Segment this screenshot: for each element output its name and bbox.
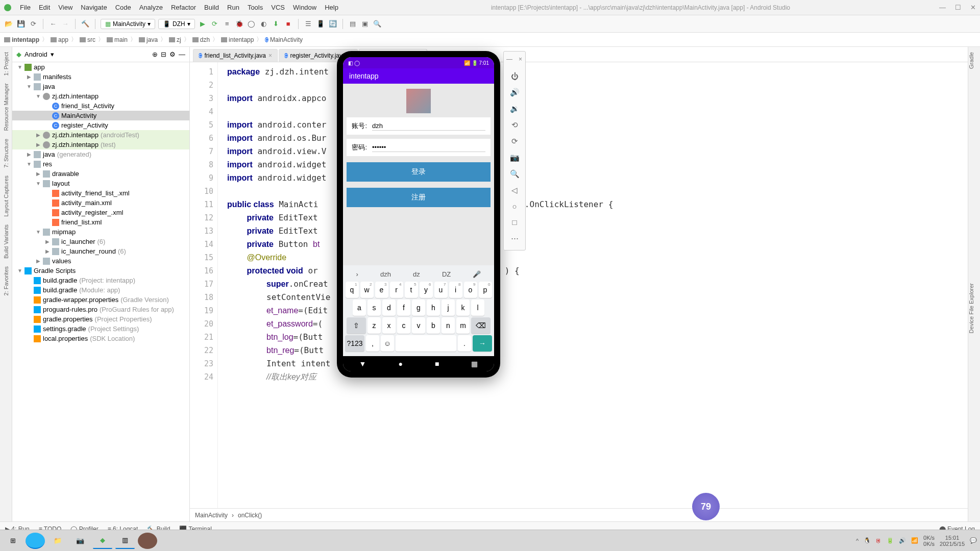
bc-file[interactable]: CMainActivity xyxy=(265,36,303,43)
symbols-key[interactable]: ?123 xyxy=(345,335,364,352)
rotate-right-icon[interactable]: ⟳ xyxy=(511,137,518,146)
tree-item[interactable]: gradle-wrapper.properties (Gradle Versio… xyxy=(12,295,189,305)
tree-item[interactable]: gradle.properties (Project Properties) xyxy=(12,314,189,324)
tree-item[interactable]: settings.gradle (Project Settings) xyxy=(12,324,189,334)
tray-icon[interactable]: 🐧 xyxy=(864,537,871,544)
taskbar-app-1[interactable] xyxy=(26,533,45,549)
zoom-icon[interactable]: 🔍 xyxy=(510,169,520,179)
tree-item[interactable]: activity_main.xml xyxy=(12,198,189,208)
tree-item[interactable]: proguard-rules.pro (ProGuard Rules for a… xyxy=(12,305,189,314)
tray-notifications-icon[interactable]: 💬 xyxy=(970,537,977,544)
rail-structure[interactable]: 7: Structure xyxy=(3,139,9,168)
rail-device-explorer[interactable]: Device File Explorer xyxy=(968,283,974,333)
login-button[interactable]: 登录 xyxy=(347,162,490,182)
tree-item[interactable]: CMainActivity xyxy=(12,111,189,120)
tree-item[interactable]: ▼res xyxy=(12,159,189,169)
key-q[interactable]: q1 xyxy=(346,282,359,298)
close-icon[interactable]: × xyxy=(268,52,272,59)
coverage-icon[interactable]: ◐ xyxy=(259,19,268,29)
key-w[interactable]: w2 xyxy=(360,282,374,298)
run-icon[interactable]: ▶ xyxy=(198,19,207,29)
menu-edit[interactable]: Edit xyxy=(35,2,54,13)
settings-icon[interactable]: ⚙ xyxy=(169,51,176,58)
key-u[interactable]: u7 xyxy=(434,282,448,298)
nav-keyboard-icon[interactable]: ▦ xyxy=(471,360,478,368)
tree-item[interactable]: activity_register_.xml xyxy=(12,208,189,217)
backspace-key[interactable]: ⌫ xyxy=(471,317,491,334)
sdk-icon[interactable]: 📱 xyxy=(316,19,325,29)
tree-item[interactable]: activity_friend_list_.xml xyxy=(12,188,189,198)
floating-badge[interactable]: 79 xyxy=(692,493,720,520)
bc-pkg[interactable]: intentapp xyxy=(221,36,254,43)
shift-key[interactable]: ⇧ xyxy=(347,317,366,334)
tree-item[interactable]: ▶java (generated) xyxy=(12,149,189,159)
enter-key[interactable]: → xyxy=(473,335,492,352)
bc-src[interactable]: src xyxy=(80,36,95,43)
sug-2[interactable]: dz xyxy=(413,270,420,278)
key-z[interactable]: z xyxy=(368,317,381,334)
key-f[interactable]: f xyxy=(397,299,410,316)
tree-item[interactable]: ▶ic_launcher_round (6) xyxy=(12,246,189,256)
taskbar-android-studio[interactable]: ◆ xyxy=(93,533,112,549)
key-o[interactable]: o9 xyxy=(464,282,477,298)
locate-icon[interactable]: ⊕ xyxy=(152,51,158,58)
tree-item[interactable]: Cregister_Activity xyxy=(12,120,189,130)
attach-icon[interactable]: ⬇ xyxy=(272,19,281,29)
key-m[interactable]: m xyxy=(456,317,470,334)
avatar[interactable] xyxy=(406,89,431,113)
emoji-key[interactable]: ☺ xyxy=(381,335,394,352)
tree-item[interactable]: build.gradle (Project: intentapp) xyxy=(12,276,189,285)
menu-help[interactable]: Help xyxy=(321,2,342,13)
emulator-window[interactable]: ◧ ◯ 📶 🔋 7:01 intentapp 账号: 密码: 登录 注册 › d… xyxy=(337,51,500,378)
rail-project[interactable]: 1: Project xyxy=(3,52,9,76)
register-button[interactable]: 注册 xyxy=(347,188,490,207)
key-v[interactable]: v xyxy=(412,317,425,334)
em-minimize-icon[interactable]: — xyxy=(506,56,512,63)
tree-item[interactable]: friend_list.xml xyxy=(12,217,189,227)
chevron-down-icon[interactable]: ▾ xyxy=(51,51,54,58)
close-icon[interactable]: ✕ xyxy=(970,4,976,11)
volume-up-icon[interactable]: 🔊 xyxy=(510,88,520,97)
crumb-class[interactable]: MainActivity xyxy=(195,512,228,519)
search-icon[interactable]: 🔍 xyxy=(373,19,382,29)
key-c[interactable]: c xyxy=(397,317,410,334)
tray-shield-icon[interactable]: ⛨ xyxy=(876,538,881,544)
run-config-combo[interactable]: ▦MainActivity▾ xyxy=(101,19,155,29)
sync-gradle-icon[interactable]: 🔄 xyxy=(328,19,337,29)
stop-icon[interactable]: ■ xyxy=(284,19,293,29)
mic-icon[interactable]: 🎤 xyxy=(473,270,481,278)
tree-item[interactable]: ▶drawable xyxy=(12,169,189,179)
code-content[interactable]: package zj.dzh.intent import androidx.ap… xyxy=(218,62,968,508)
key-h[interactable]: h xyxy=(427,299,440,316)
key-a[interactable]: a xyxy=(353,299,366,316)
nav-recents-icon[interactable]: ■ xyxy=(435,360,439,368)
home-icon[interactable]: ○ xyxy=(512,202,517,211)
camera-icon[interactable]: 📷 xyxy=(510,153,520,162)
structure-icon[interactable]: ▤ xyxy=(348,19,357,29)
profile-icon[interactable]: ◯ xyxy=(247,19,256,29)
project-view-selector[interactable]: Android xyxy=(24,51,47,58)
crumb-method[interactable]: onClick() xyxy=(238,512,262,519)
rail-gradle[interactable]: Gradle xyxy=(968,52,974,69)
nav-back-icon[interactable]: ▼ xyxy=(359,360,366,368)
tab-friend-list[interactable]: Cfriend_list_Activity.java× xyxy=(193,49,278,62)
period-key[interactable]: . xyxy=(458,335,471,352)
forward-icon[interactable]: → xyxy=(61,19,70,29)
maximize-icon[interactable]: ☐ xyxy=(955,4,961,11)
menu-file[interactable]: File xyxy=(16,2,34,13)
tray-clock[interactable]: 15:012021/5/15 xyxy=(940,535,965,547)
volume-down-icon[interactable]: 🔉 xyxy=(510,104,520,113)
rail-resource-mgr[interactable]: Resource Manager xyxy=(3,83,9,131)
minimize-icon[interactable]: — xyxy=(939,4,946,11)
nav-home-icon[interactable]: ● xyxy=(398,360,402,368)
taskbar-explorer[interactable]: 📁 xyxy=(48,533,67,549)
key-p[interactable]: p0 xyxy=(479,282,492,298)
build-icon[interactable]: 🔨 xyxy=(81,19,90,29)
key-r[interactable]: r4 xyxy=(390,282,403,298)
device-combo[interactable]: 📱DZH▾ xyxy=(158,19,195,29)
rail-layout-captures[interactable]: Layout Captures xyxy=(3,176,9,217)
tree-item[interactable]: ▶zj.dzh.intentapp (test) xyxy=(12,140,189,149)
tree-item[interactable]: ▼layout xyxy=(12,179,189,188)
apply-changes-icon[interactable]: ⟳ xyxy=(210,19,219,29)
sug-1[interactable]: dzh xyxy=(380,270,391,278)
